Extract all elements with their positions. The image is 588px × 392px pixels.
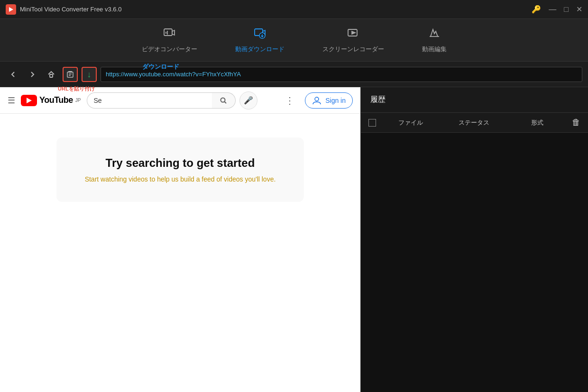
youtube-logo[interactable]: YouTube JP xyxy=(21,95,81,106)
tab-video-editor-label: 動画編集 xyxy=(422,45,447,54)
signin-label: Sign in xyxy=(325,97,346,104)
close-button[interactable]: ✕ xyxy=(576,6,582,13)
forward-button[interactable] xyxy=(25,67,40,82)
key-icon[interactable]: 🔑 xyxy=(532,6,541,13)
youtube-header: ☰ YouTube JP 🎤 ⋮ xyxy=(0,87,360,114)
download-url-button[interactable]: ↓ xyxy=(82,67,97,82)
download-toolbar: ダウンロード URLを貼り付け ↓ xyxy=(0,62,588,87)
youtube-logo-text: YouTube xyxy=(39,95,73,105)
maximize-button[interactable]: □ xyxy=(564,6,569,13)
svg-point-16 xyxy=(221,98,225,102)
tab-video-converter[interactable]: ビデオコンバーター xyxy=(142,27,197,54)
tab-screen-recorder[interactable]: スクリーンレコーダー xyxy=(322,27,384,54)
youtube-search-button[interactable] xyxy=(212,92,236,109)
tab-video-download-label: 動画ダウンロード xyxy=(235,45,285,54)
svg-marker-1 xyxy=(172,30,175,35)
history-panel: 履歴 ファイル ステータス 形式 🗑 xyxy=(360,87,588,392)
svg-point-18 xyxy=(315,97,319,101)
back-button[interactable] xyxy=(6,67,21,82)
svg-rect-13 xyxy=(67,72,73,77)
history-select-all-checkbox[interactable] xyxy=(368,119,376,127)
youtube-logo-suffix: JP xyxy=(75,98,81,103)
youtube-prompt-subtitle: Start watching videos to help us build a… xyxy=(85,175,276,183)
history-header: 履歴 xyxy=(361,87,588,113)
youtube-search-container: 🎤 xyxy=(87,91,257,109)
main-content: ☰ YouTube JP 🎤 ⋮ xyxy=(0,87,588,392)
youtube-logo-icon xyxy=(21,95,37,106)
paste-button[interactable] xyxy=(63,67,78,82)
history-table-header: ファイル ステータス 形式 🗑 xyxy=(361,113,588,133)
youtube-signin-button[interactable]: Sign in xyxy=(305,92,353,109)
tab-video-editor[interactable]: 動画編集 xyxy=(422,27,447,54)
video-converter-icon xyxy=(163,27,175,42)
app-logo xyxy=(6,4,16,15)
svg-marker-9 xyxy=(352,31,355,34)
youtube-search-input[interactable] xyxy=(87,92,212,109)
youtube-mic-button[interactable]: 🎤 xyxy=(239,91,257,109)
history-col-format: 形式 xyxy=(508,119,566,127)
video-editor-icon xyxy=(428,27,441,42)
window-controls: 🔑 — □ ✕ xyxy=(532,6,582,13)
home-button[interactable] xyxy=(44,67,59,82)
history-title: 履歴 xyxy=(370,95,386,105)
svg-line-17 xyxy=(225,101,227,103)
title-bar: MiniTool Video Converter Free v3.6.0 🔑 —… xyxy=(0,0,588,19)
tab-screen-recorder-label: スクリーンレコーダー xyxy=(322,45,384,54)
svg-rect-0 xyxy=(164,29,172,36)
browser-panel: ☰ YouTube JP 🎤 ⋮ xyxy=(0,87,360,392)
download-label: ダウンロード xyxy=(142,63,179,71)
minimize-button[interactable]: — xyxy=(549,6,556,13)
youtube-menu-icon[interactable]: ☰ xyxy=(8,95,15,106)
history-content xyxy=(361,133,588,392)
history-col-file: ファイル xyxy=(382,119,440,127)
tab-video-converter-label: ビデオコンバーター xyxy=(142,45,197,54)
screen-recorder-icon xyxy=(347,27,359,42)
download-arrow-icon: ↓ xyxy=(87,70,92,79)
youtube-more-button[interactable]: ⋮ xyxy=(285,95,294,106)
delete-all-button[interactable]: 🗑 xyxy=(572,118,580,128)
paste-label: URLを貼り付け xyxy=(58,85,95,92)
nav-tabs: ビデオコンバーター 動画ダウンロード スクリーンレコーダー xyxy=(0,19,588,62)
history-col-status: ステータス xyxy=(445,119,503,127)
title-text: MiniTool Video Converter Free v3.6.0 xyxy=(20,6,532,13)
youtube-prompt-title: Try searching to get started xyxy=(85,156,276,170)
youtube-content: Try searching to get started Start watch… xyxy=(0,114,360,392)
youtube-search-prompt: Try searching to get started Start watch… xyxy=(56,137,304,202)
tab-video-download[interactable]: 動画ダウンロード xyxy=(235,27,285,54)
video-download-icon xyxy=(254,27,266,42)
svg-rect-11 xyxy=(50,74,53,77)
